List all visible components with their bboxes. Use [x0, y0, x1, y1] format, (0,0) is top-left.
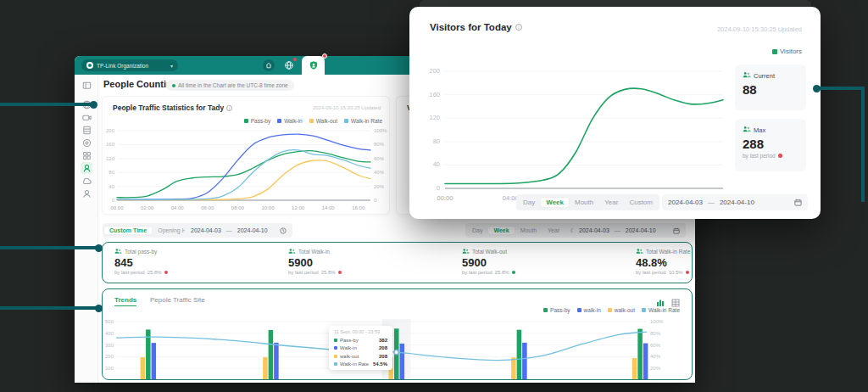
bar-pass-by: [637, 329, 643, 380]
date-from[interactable]: 2024-04-03: [668, 199, 703, 206]
legend-item-walk-in: walk-in: [577, 307, 601, 313]
stat-label: Total pass-by: [125, 249, 157, 255]
tab-mouth[interactable]: Mouth: [570, 198, 598, 207]
stat-total-walk-out: Total Walk-out 5900 by last period25.8%: [462, 248, 515, 275]
date-to[interactable]: 2024-04-10: [237, 227, 268, 233]
traffic-card-title-text: People Traffic Statistics for Tady: [113, 104, 224, 112]
y-axis-tick: 80: [433, 137, 440, 145]
people-counting-app-icon: [309, 60, 319, 70]
max-value: 288: [743, 137, 798, 151]
visitors-today-popup: Visitors for Today i 2024-09-10 15:30:25…: [409, 7, 821, 219]
sidebar-item-collapse[interactable]: [81, 79, 92, 91]
x-axis-tick: 10:00: [261, 205, 275, 210]
stat-note: by last period: [636, 270, 666, 275]
date-to[interactable]: 2024-04-10: [720, 199, 754, 206]
organization-selector[interactable]: TP-Link Organization ▾: [81, 59, 178, 71]
tab-custom-time[interactable]: Custom Time: [104, 227, 152, 234]
tab-week[interactable]: Week: [541, 198, 569, 207]
sidebar-item-camera[interactable]: [81, 111, 92, 123]
tab-custom[interactable]: Custom: [624, 198, 658, 207]
tab-year[interactable]: Year: [542, 227, 565, 234]
people-icon: [743, 126, 751, 134]
legend-item-walk-in-rate: Walk-in Rate: [344, 118, 382, 124]
x-axis-tick: 08:00: [231, 205, 245, 210]
sidebar-item-account[interactable]: [81, 188, 92, 199]
timezone-note-text: All time in the Chart are the UTC-8 time…: [178, 82, 288, 88]
bar-walk-in: [152, 343, 157, 380]
status-dot-icon: [172, 84, 175, 87]
stat-value: 845: [114, 257, 168, 268]
people-counting-app-tab[interactable]: [302, 56, 325, 75]
bar-walk-in: [522, 343, 527, 380]
date-to[interactable]: 2024-04-10: [626, 227, 656, 233]
max-label: Max: [754, 126, 765, 134]
right-date-range[interactable]: 2024-04-03 — 2024-04-10: [573, 223, 686, 238]
calendar-icon: [673, 227, 680, 234]
table-icon: [671, 299, 680, 307]
max-card: Max 288 by last period: [735, 119, 806, 171]
left-date-range[interactable]: 2024-04-03 — 2024-04-10: [185, 223, 292, 238]
sidebar-item-people-counting[interactable]: [81, 162, 92, 174]
stat-delta: 10.5%: [669, 270, 683, 275]
traffic-line-chart[interactable]: 004020%8040%12060%16080%200100%00:0002:0…: [103, 126, 391, 216]
y-axis-tick: 0: [112, 198, 115, 203]
callout-dot-trends: [95, 305, 103, 312]
tab-day[interactable]: Day: [518, 198, 540, 207]
popup-date-range[interactable]: 2024-04-03 — 2024-04-10: [662, 194, 808, 210]
tooltip-row-walk-in: Walk-in208: [334, 345, 387, 350]
x-axis-tick: 14:00: [322, 205, 336, 210]
date-from[interactable]: 2024-04-03: [579, 227, 609, 233]
globe-icon: [284, 60, 294, 70]
popup-period-tabs: Day Week Mouth Year Custom: [516, 194, 659, 210]
max-note: by last period: [743, 153, 776, 159]
stat-delta: 25.8%: [147, 270, 162, 275]
sidebar-item-apps[interactable]: [81, 149, 92, 161]
cloud-icon: [81, 176, 92, 187]
popup-updated: 2024-09-10 15:30:25 Updated: [717, 25, 802, 33]
callout-dot-traffic: [90, 101, 97, 109]
tab-mouth[interactable]: Mouth: [515, 227, 542, 234]
traffic-statistics-card: People Traffic Statistics for Tady i 202…: [102, 96, 390, 215]
stat-note: by last period: [462, 270, 492, 275]
info-icon[interactable]: i: [226, 105, 232, 111]
y-axis-tick: 400: [105, 331, 114, 336]
account-icon: [81, 188, 92, 199]
y-axis-right-tick: 80%: [374, 142, 385, 147]
traffic-card-title: People Traffic Statistics for Tady i: [113, 104, 232, 112]
notification-badge: [292, 57, 298, 62]
legend-item-walk-out: walk-out: [608, 307, 635, 313]
info-icon[interactable]: i: [515, 24, 522, 31]
bar-walk-out: [511, 357, 516, 380]
tab-year[interactable]: Year: [599, 198, 623, 207]
y-axis-tick: 80: [108, 170, 114, 175]
stat-delta: 25.8%: [495, 270, 509, 275]
tab-week[interactable]: Week: [488, 227, 514, 234]
trends-bar-chart[interactable]: 10020%20040%30060%40080%500100%: [103, 315, 692, 380]
y-axis-tick: 0: [437, 184, 440, 192]
tab-trends[interactable]: Trends: [114, 296, 136, 306]
settings-icon: [81, 137, 92, 148]
visitors-line-chart[interactable]: 0408012016020000:0004:0008:0012:0016:00: [420, 56, 738, 207]
global-view-button[interactable]: [283, 59, 295, 71]
x-axis-tick: 04:00: [171, 205, 185, 210]
callout-line-trends: [0, 306, 97, 310]
apps-icon: [81, 150, 92, 161]
tab-day[interactable]: Day: [467, 227, 487, 234]
date-separator: —: [226, 227, 232, 233]
trend-dot-icon: [686, 271, 689, 274]
series-walk-out: [117, 160, 370, 200]
site-home-button[interactable]: [263, 59, 275, 71]
legend-item-visitors: Visitors: [772, 48, 802, 55]
y-axis-tick: 200: [105, 354, 114, 359]
y-axis-right-tick: 100%: [374, 128, 387, 133]
stat-value: 5900: [288, 257, 342, 268]
timezone-note: All time in the Chart are the UTC-8 time…: [166, 80, 294, 91]
tab-people-traffic-site[interactable]: Pepole Traffic Site: [150, 296, 205, 304]
y-axis-tick: 300: [105, 343, 114, 348]
sidebar-item-cloud[interactable]: [81, 175, 92, 187]
sidebar-item-devices[interactable]: [81, 124, 92, 136]
sidebar-item-settings[interactable]: [81, 137, 92, 148]
series-walk-in-rate: [117, 150, 370, 200]
date-from[interactable]: 2024-04-03: [191, 227, 221, 233]
callout-line-popup-h: [815, 87, 865, 90]
